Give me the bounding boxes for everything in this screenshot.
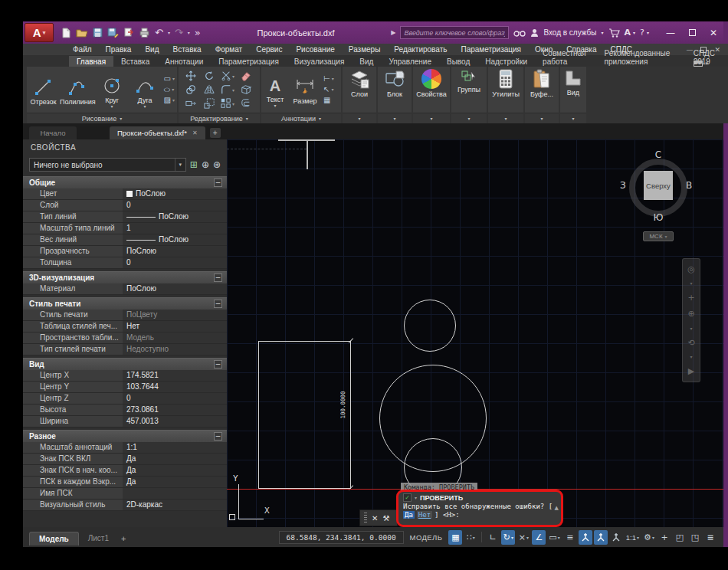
property-row[interactable]: Масштаб типа линий 1 (23, 223, 227, 234)
close-icon[interactable]: ✕ (372, 514, 378, 522)
text-button[interactable]: A Текст ▾ (261, 74, 289, 106)
property-row[interactable]: Стиль печати ПоЦвету (23, 310, 227, 321)
angle-snap-toggle[interactable]: ∠ (532, 530, 546, 545)
signin-dropdown-icon[interactable]: ▾ (602, 30, 604, 35)
viewcube-south[interactable]: Ю (629, 212, 687, 223)
fillet-button[interactable]: ▾ (221, 84, 234, 95)
appstore-button[interactable]: A▾ (625, 28, 636, 38)
minimize-button[interactable]: — (666, 28, 675, 38)
model-tab[interactable]: Модель (29, 532, 79, 545)
scroll-up-icon[interactable]: ▲ (555, 505, 559, 511)
chevron-down-icon[interactable]: ▾ (690, 281, 692, 286)
viewcube-east[interactable]: В (686, 180, 692, 191)
search-input[interactable] (400, 26, 509, 39)
pan-icon[interactable]: + (687, 293, 694, 302)
selection-dropdown[interactable]: Ничего не выбрано ▾ (29, 158, 186, 172)
collapse-icon[interactable]: − (214, 360, 222, 369)
leader-button[interactable]: ↖▾ (323, 85, 334, 94)
dimension-style-button[interactable]: ⊢▾ (323, 74, 334, 84)
undo-icon[interactable]: ↶ (155, 28, 163, 38)
new-tab-button[interactable]: + (210, 128, 221, 138)
line-button[interactable]: Отрезок (27, 74, 60, 106)
property-row[interactable]: Пространство табли... Модель (23, 332, 227, 344)
panel-label-properties[interactable]: ▾ (413, 113, 450, 123)
ellipse-button[interactable]: ○▾ (164, 85, 175, 94)
scale-button[interactable] (204, 98, 215, 109)
panel-label-groups[interactable]: ▾ (451, 113, 487, 123)
trim-button[interactable]: ▾ (221, 70, 234, 81)
panel-label-edit[interactable]: Редактирование▾ (179, 113, 260, 123)
panel-view[interactable]: Вид ▾ (560, 67, 586, 123)
rectangle-button[interactable]: ▭▾ (164, 74, 175, 84)
panel-groups[interactable]: Группы ▾ (451, 67, 487, 123)
grid-toggle[interactable]: ▦ (448, 530, 462, 545)
new-file-icon[interactable] (61, 28, 71, 38)
move-button[interactable] (185, 70, 196, 81)
doc-tab-active[interactable]: Прокси-объекты.dxf* ✕ (110, 126, 205, 139)
menu-item[interactable]: Файл (66, 45, 99, 54)
chevron-down-icon[interactable]: ▾ (415, 495, 417, 500)
ribbon-tab[interactable]: Визуализация (287, 56, 352, 67)
property-row[interactable]: Центр Z 0 (23, 393, 227, 405)
search-collapse-icon[interactable]: ▶ (391, 29, 395, 36)
option-no[interactable]: Нет (417, 511, 432, 519)
panel-label-block[interactable]: ▾ (378, 113, 412, 123)
annotation-scale-button[interactable]: 1:1▾ (625, 530, 641, 545)
copy-button[interactable] (185, 84, 196, 95)
showmotion-icon[interactable]: ▶ (688, 367, 694, 375)
select-objects-icon[interactable]: ⊕ (202, 159, 209, 170)
collapse-icon[interactable]: − (214, 432, 222, 441)
annotation-monitor-toggle[interactable] (579, 530, 592, 545)
polar-tracking-toggle[interactable]: ↻▾ (501, 530, 515, 545)
user-icon[interactable] (530, 28, 539, 38)
panel-label-layers[interactable]: ▾ (343, 113, 376, 123)
section-header[interactable]: Вид − (23, 358, 227, 370)
arc-button[interactable]: Дуга ▾ (129, 73, 162, 107)
panel-properties[interactable]: Свойства ▾ (413, 67, 450, 123)
panel-label-utilities[interactable]: ▾ (488, 113, 523, 123)
property-row[interactable]: Центр Y 103.7644 (23, 382, 227, 393)
property-row[interactable]: Масштаб аннотаций 1:1 (23, 442, 227, 454)
panel-utilities[interactable]: Утилиты ▾ (488, 67, 523, 123)
crosshair-button[interactable]: + (657, 530, 671, 545)
panel-block[interactable]: Блок ▾ (378, 67, 412, 123)
property-row[interactable]: Толщина 0 (23, 257, 227, 269)
property-row[interactable]: Центр X 174.5821 (23, 370, 227, 382)
panel-label-draw[interactable]: Рисование▾ (27, 113, 177, 123)
property-row[interactable]: Визуальный стиль 2D-каркас (23, 500, 227, 511)
property-row[interactable]: Высота 273.0861 (23, 405, 227, 416)
save-as-icon[interactable] (107, 28, 119, 38)
ribbon-tab[interactable]: Аннотации (157, 56, 211, 67)
annotation-autoscale-toggle[interactable] (609, 530, 623, 545)
redo-dropdown-icon[interactable]: ▾ (188, 30, 190, 35)
menu-item[interactable]: Вставка (166, 45, 208, 54)
option-yes[interactable]: Да (403, 511, 415, 519)
property-row[interactable]: Цвет ПоСлою (23, 188, 227, 200)
ribbon-tab[interactable]: Главная (69, 56, 113, 67)
ribbon-tab[interactable]: Параметризация (211, 56, 287, 67)
menu-item[interactable]: Правка (99, 45, 139, 54)
orbit-icon[interactable]: ⟲ (687, 339, 694, 347)
property-row[interactable]: Ширина 457.0013 (23, 416, 227, 428)
lineweight-toggle[interactable]: ≡ (563, 530, 577, 545)
maximize-button[interactable] (689, 29, 696, 36)
menu-item[interactable]: Вид (138, 45, 166, 54)
ribbon-tab[interactable]: Совместная работа (535, 48, 597, 67)
panel-clipboard[interactable]: Буфе... ▾ (525, 67, 559, 123)
hatch-button[interactable]: ▨▾ (164, 96, 175, 105)
ortho-toggle[interactable]: ∟ (486, 530, 500, 545)
status-menu-button[interactable]: ≡ (703, 530, 717, 545)
undo-dropdown-icon[interactable]: ▾ (168, 30, 170, 35)
collapse-icon[interactable]: − (214, 179, 222, 187)
property-row[interactable]: Материал ПоСлою (23, 283, 227, 295)
menu-item[interactable]: Рисование (289, 45, 341, 54)
section-header[interactable]: Общие − (23, 176, 227, 188)
property-row[interactable]: Прозрачность ПоСлою (23, 246, 227, 257)
zoom-icon[interactable]: ⊕ (687, 310, 694, 318)
quick-select-icon[interactable]: ⊛ (213, 159, 221, 170)
open-file-icon[interactable] (76, 28, 88, 38)
settings-gear-button[interactable]: ⚙▾ (642, 530, 656, 545)
toggle-pickadd-icon[interactable]: ⊞ (190, 159, 198, 170)
new-layout-button[interactable]: + (121, 534, 126, 543)
viewcube-face-top[interactable]: Сверху (644, 171, 673, 200)
